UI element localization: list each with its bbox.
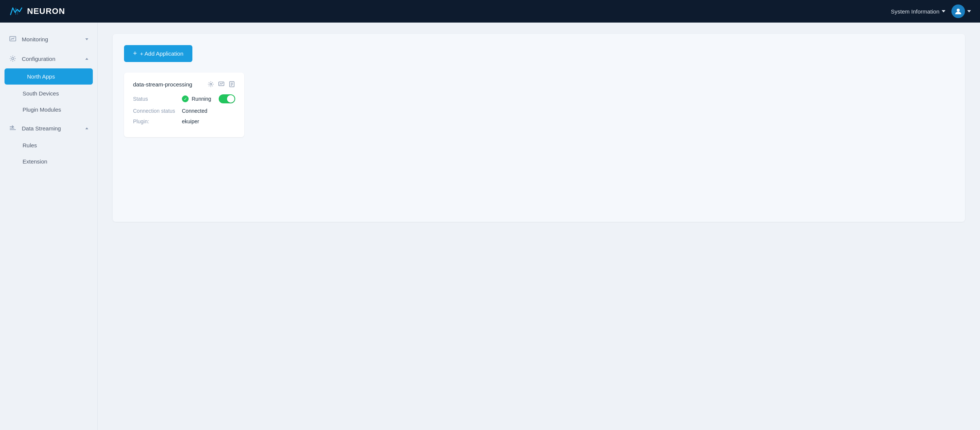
- add-application-button[interactable]: + + Add Application: [124, 45, 192, 62]
- gear-icon[interactable]: [207, 81, 214, 88]
- sidebar-item-data-streaming[interactable]: Data Streaming: [0, 119, 97, 137]
- svg-point-4: [12, 57, 14, 60]
- toggle-knob: [227, 95, 234, 103]
- sidebar-item-plugin-modules[interactable]: Plugin Modules: [0, 102, 97, 118]
- sidebar-item-monitoring[interactable]: Monitoring: [0, 30, 97, 48]
- monitoring-icon: [9, 35, 17, 43]
- add-icon: +: [133, 49, 137, 57]
- sidebar-item-rules[interactable]: Rules: [0, 137, 97, 153]
- status-value-container: ✓ Running: [182, 96, 211, 102]
- toggle-switch[interactable]: [219, 94, 235, 104]
- connection-row: Connection status Connected: [133, 108, 235, 114]
- sidebar-section-monitoring: Monitoring: [0, 30, 97, 48]
- header-right: System Information: [891, 5, 971, 18]
- status-indicator: ✓: [182, 96, 189, 102]
- extension-label: Extension: [22, 158, 47, 165]
- sidebar: Monitoring Configuration North Apps: [0, 22, 98, 430]
- status-toggle[interactable]: [219, 94, 235, 104]
- status-label: Status: [133, 96, 182, 102]
- data-streaming-children: Rules Extension: [0, 137, 97, 169]
- plugin-value: ekuiper: [182, 118, 199, 124]
- main-content: + + Add Application data-stream-processi…: [98, 22, 980, 430]
- svg-point-8: [210, 83, 212, 85]
- sidebar-section-data-streaming: Data Streaming Rules Extension: [0, 119, 97, 169]
- sidebar-item-south-devices[interactable]: South Devices: [0, 85, 97, 102]
- log-icon[interactable]: [229, 81, 235, 88]
- sidebar-item-north-apps[interactable]: North Apps: [5, 68, 93, 84]
- user-chevron-icon: [967, 10, 971, 13]
- plugin-modules-label: Plugin Modules: [22, 107, 61, 113]
- configuration-icon: [9, 55, 17, 62]
- user-section[interactable]: [951, 5, 971, 18]
- sidebar-section-configuration: Configuration North Apps South Devices P…: [0, 49, 97, 118]
- system-info-label: System Information: [891, 8, 939, 15]
- monitoring-chevron-icon: [85, 38, 88, 40]
- logo: NEURON: [9, 4, 65, 18]
- sidebar-configuration-label: Configuration: [22, 56, 81, 62]
- south-devices-label: South Devices: [22, 90, 59, 97]
- connection-value: Connected: [182, 108, 207, 114]
- plugin-label: Plugin:: [133, 118, 182, 124]
- data-streaming-icon: [9, 124, 17, 132]
- rules-label: Rules: [22, 142, 37, 148]
- status-running-text: Running: [192, 96, 211, 102]
- north-apps-label: North Apps: [27, 73, 55, 80]
- configuration-chevron-icon: [85, 58, 88, 60]
- app-card-name: data-stream-processing: [133, 81, 204, 88]
- configuration-children: North Apps South Devices Plugin Modules: [0, 68, 97, 118]
- system-info-menu[interactable]: System Information: [891, 8, 945, 15]
- logo-icon: [9, 4, 23, 18]
- svg-point-2: [957, 9, 960, 12]
- chart-icon[interactable]: [218, 81, 225, 88]
- status-row: Status ✓ Running: [133, 94, 235, 104]
- app-card-header: data-stream-processing: [133, 81, 235, 88]
- plugin-row: Plugin: ekuiper: [133, 118, 235, 124]
- layout: Monitoring Configuration North Apps: [0, 22, 980, 430]
- data-streaming-chevron-icon: [85, 127, 88, 129]
- avatar[interactable]: [951, 5, 965, 18]
- add-application-label: + Add Application: [140, 50, 184, 57]
- content-panel: + + Add Application data-stream-processi…: [113, 34, 965, 222]
- sidebar-data-streaming-label: Data Streaming: [22, 125, 81, 132]
- app-card: data-stream-processing: [124, 73, 244, 137]
- logo-text: NEURON: [27, 6, 65, 16]
- connection-label: Connection status: [133, 108, 182, 114]
- sidebar-item-configuration[interactable]: Configuration: [0, 49, 97, 68]
- system-info-chevron-icon: [942, 10, 945, 13]
- sidebar-item-extension[interactable]: Extension: [0, 153, 97, 169]
- sidebar-monitoring-label: Monitoring: [22, 36, 81, 43]
- header: NEURON System Information: [0, 0, 980, 22]
